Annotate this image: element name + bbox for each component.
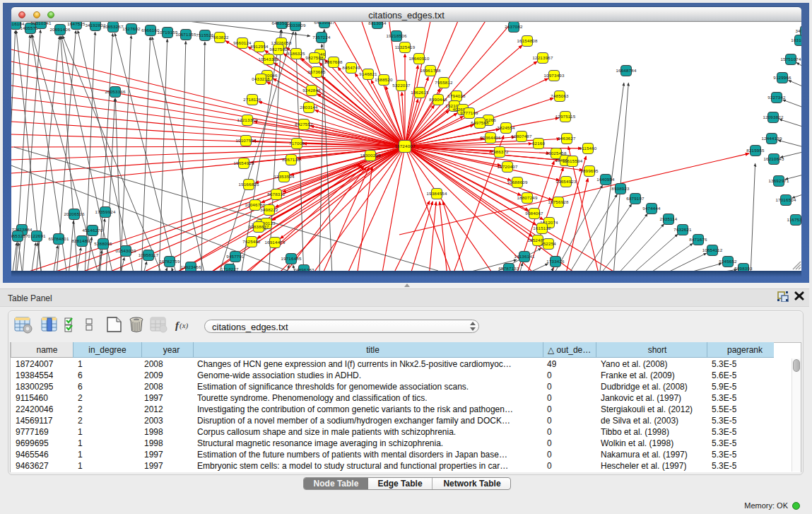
svg-text:12923466: 12923466 [180,264,201,269]
svg-text:6497568: 6497568 [471,120,489,125]
svg-text:0433218: 0433218 [252,76,270,81]
svg-text:2803144: 2803144 [300,105,318,110]
svg-text:7485063: 7485063 [551,93,569,98]
svg-text:69784801: 69784801 [48,236,69,241]
svg-text:7955812: 7955812 [435,80,453,85]
svg-text:10654112: 10654112 [702,247,723,252]
svg-text:12353594: 12353594 [273,174,294,179]
svg-text:19218506: 19218506 [386,33,406,38]
svg-text:10688609: 10688609 [507,180,527,185]
svg-text:18724007: 18724007 [394,144,415,148]
svg-text:8471676: 8471676 [689,237,707,242]
svg-text:19716485: 19716485 [281,256,301,261]
svg-text:2718126: 2718126 [243,97,261,102]
svg-text:10671355: 10671355 [175,32,196,37]
svg-text:12213967: 12213967 [532,55,553,60]
svg-text:16154808: 16154808 [517,38,537,43]
svg-text:8454749: 8454749 [342,65,360,70]
svg-text:9899695: 9899695 [580,168,599,173]
svg-text:15751074: 15751074 [780,57,801,62]
svg-text:8813054: 8813054 [368,22,387,25]
svg-text:252254: 252254 [541,241,556,246]
svg-text:18807249: 18807249 [517,195,537,200]
svg-text:19384554: 19384554 [426,191,447,196]
svg-text:1362615: 1362615 [411,90,429,95]
svg-text:9245652: 9245652 [719,259,737,264]
svg-text:5098393: 5098393 [734,266,753,270]
svg-text:9474444: 9474444 [642,206,661,211]
svg-text:8215955: 8215955 [746,148,765,153]
svg-text:6794028: 6794028 [447,93,466,98]
svg-text:9777169: 9777169 [460,110,478,115]
svg-text:16210643: 16210643 [763,156,784,161]
svg-text:12975115: 12975115 [555,114,576,119]
svg-text:7632621: 7632621 [673,227,692,232]
svg-text:1588520: 1588520 [375,77,393,82]
svg-text:7986372: 7986372 [490,149,509,154]
svg-text:1718227: 1718227 [220,267,239,270]
svg-text:01543039: 01543039 [115,248,136,253]
svg-text:19654923: 19654923 [555,179,576,184]
svg-text:9827508: 9827508 [305,55,324,60]
svg-text:82814893: 82814893 [71,238,92,243]
svg-text:10046766: 10046766 [245,202,265,207]
svg-text:12093822: 12093822 [763,115,783,119]
svg-text:20053346: 20053346 [105,89,125,94]
svg-text:10543382: 10543382 [258,57,278,62]
svg-text:90838637: 90838637 [248,224,269,229]
svg-text:8912954: 8912954 [250,44,269,49]
svg-text:10107553: 10107553 [235,138,256,143]
svg-text:9084067: 9084067 [525,211,543,216]
svg-text:64139537: 64139537 [314,22,334,25]
svg-text:34738299: 34738299 [795,28,801,33]
svg-text:5288095: 5288095 [94,241,112,246]
svg-text:17016504: 17016504 [775,197,796,202]
svg-text:17359924: 17359924 [95,209,115,214]
svg-text:2935114: 2935114 [659,216,677,221]
svg-text:11325419: 11325419 [395,45,416,49]
svg-text:62160: 62160 [532,141,546,146]
svg-text:8938923: 8938923 [611,186,630,191]
svg-text:19654925: 19654925 [233,160,254,165]
svg-text:10807487: 10807487 [511,134,531,139]
svg-text:12444139: 12444139 [761,136,782,141]
svg-text:3498222: 3498222 [260,207,278,212]
svg-text:45146270: 45146270 [82,228,102,233]
svg-text:20364436: 20364436 [480,135,500,140]
svg-text:9146821: 9146821 [359,71,377,76]
svg-text:19756928: 19756928 [548,199,568,204]
svg-text:9660124: 9660124 [233,40,252,45]
svg-text:8186325: 8186325 [287,51,305,56]
svg-text:10653267: 10653267 [102,24,123,29]
svg-text:20206516: 20206516 [64,211,84,216]
svg-text:7663822: 7663822 [211,35,229,40]
svg-text:1640954: 1640954 [596,177,615,182]
svg-text:18640910: 18640910 [408,56,429,61]
svg-text:2637082: 2637082 [505,24,523,29]
svg-text:9827500: 9827500 [269,47,288,52]
svg-text:7357224: 7357224 [312,35,331,40]
svg-text:16648784: 16648784 [616,68,636,73]
svg-text:10973493: 10973493 [543,73,564,78]
svg-text:9457791: 9457791 [226,254,245,259]
svg-text:14136141: 14136141 [514,254,534,259]
svg-text:19166825: 19166825 [238,182,259,187]
svg-text:9227342: 9227342 [767,95,786,100]
svg-text:5322037: 5322037 [392,83,411,88]
svg-text:1167533: 1167533 [787,217,801,222]
svg-text:9463627: 9463627 [558,136,576,141]
svg-text:1527602: 1527602 [122,26,141,31]
svg-text:9129966: 9129966 [773,75,792,80]
svg-text:3673685: 3673685 [307,69,326,74]
svg-text:(x): (x) [180,321,189,330]
svg-text:1733426: 1733426 [546,259,565,264]
svg-text:7625402: 7625402 [242,239,261,244]
svg-text:24896383: 24896383 [293,267,314,270]
svg-text:10033809: 10033809 [285,23,305,28]
svg-text:20691406: 20691406 [49,27,70,32]
svg-text:3824554: 3824554 [497,125,515,130]
svg-text:69653287: 69653287 [11,233,28,238]
svg-text:13692971: 13692971 [768,178,789,183]
svg-text:8267130: 8267130 [282,157,300,162]
svg-text:6879197: 6879197 [626,196,645,201]
